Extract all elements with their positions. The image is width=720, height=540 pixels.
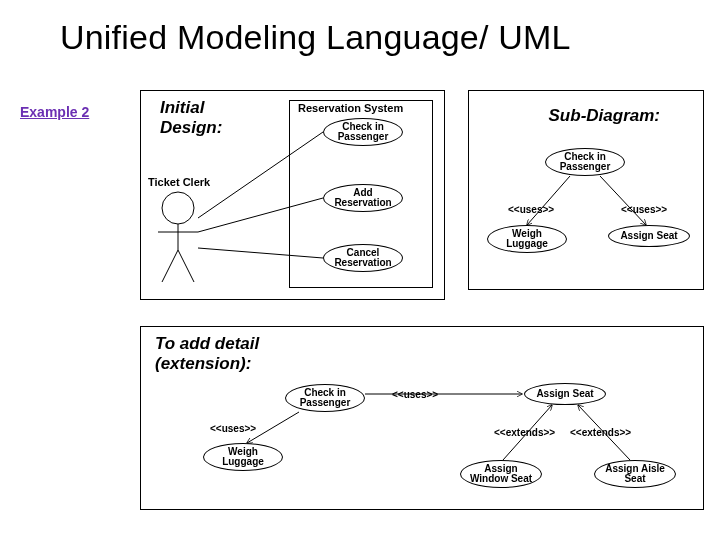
usecase-checkin: Check in Passenger [323, 118, 403, 146]
example-link[interactable]: Example 2 [20, 104, 89, 120]
usecase-assign-3: Assign Seat [524, 383, 606, 405]
usecase-assign-window: Assign Window Seat [460, 460, 542, 488]
system-title: Reservation System [298, 102, 403, 114]
usecase-checkin-3: Check in Passenger [285, 384, 365, 412]
actor-label: Ticket Clerk [148, 176, 210, 188]
stereo-uses-2: <<uses>> [621, 204, 667, 215]
stereo-extends-2: <<extends>> [570, 427, 631, 438]
stereo-uses-1: <<uses>> [508, 204, 554, 215]
usecase-weigh-3: Weigh Luggage [203, 443, 283, 471]
usecase-weigh: Weigh Luggage [487, 225, 567, 253]
usecase-assign-aisle: Assign Aisle Seat [594, 460, 676, 488]
stereo-uses-3a: <<uses>> [392, 389, 438, 400]
stereo-extends-1: <<extends>> [494, 427, 555, 438]
usecase-addres: Add Reservation [323, 184, 403, 212]
page-title: Unified Modeling Language/ UML [60, 18, 571, 57]
usecase-checkin-2: Check in Passenger [545, 148, 625, 176]
usecase-assign: Assign Seat [608, 225, 690, 247]
usecase-cancel: Cancel Reservation [323, 244, 403, 272]
subdiagram-panel [468, 90, 704, 290]
stereo-uses-3b: <<uses>> [210, 423, 256, 434]
